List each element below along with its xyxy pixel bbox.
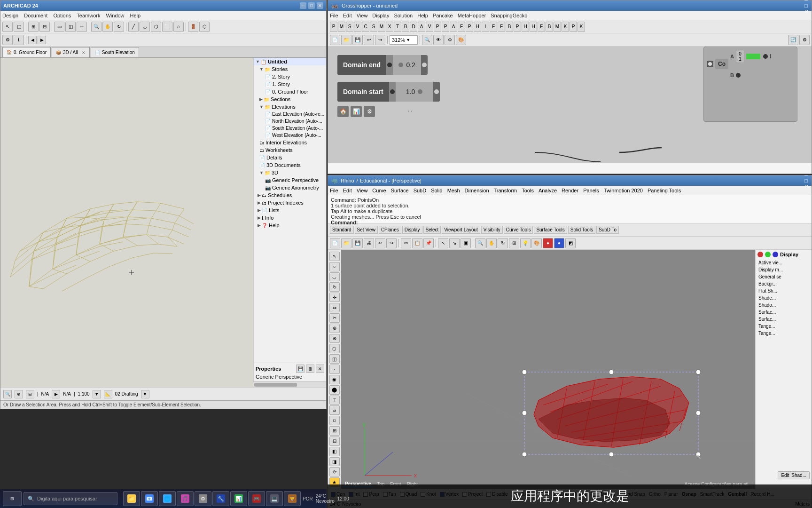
gh-tab-P6[interactable]: P	[570, 22, 577, 32]
gh-restore[interactable]: □	[804, 3, 809, 8]
gh-tab-A2[interactable]: A	[450, 22, 457, 32]
rhino-menu-twinmotion[interactable]: Twinmotion 2020	[604, 188, 643, 193]
rhino-tb-curvetools[interactable]: Curve Tools	[504, 226, 533, 234]
bottombar-zoom-out[interactable]: 🔍	[3, 390, 12, 398]
rhino-tb2-deselect[interactable]: ↘	[449, 238, 460, 248]
nav-interior-elevations[interactable]: 🗂 Interior Elevations	[254, 139, 326, 146]
nav-lists[interactable]: ▶ 📄 Lists	[254, 206, 326, 214]
gh-menu-view[interactable]: View	[357, 13, 368, 18]
taskbar-app-browser[interactable]: 🌐	[159, 491, 176, 506]
menu-help[interactable]: Help	[130, 13, 141, 18]
gh-menu-edit[interactable]: Edit	[343, 13, 352, 18]
display-item-flatsh[interactable]: Flat Sh...	[757, 287, 810, 294]
rhino-tool2-4[interactable]: ⌀	[329, 405, 340, 415]
nav-story1[interactable]: 📄 1. Story	[254, 80, 326, 88]
gh-btn-icon1[interactable]: 🏠	[337, 106, 349, 117]
gh-port-in2[interactable]	[390, 89, 395, 94]
nav-west-elev[interactable]: 📄 West Elevation (Auto-...	[254, 132, 326, 139]
gh-port-in1[interactable]	[387, 63, 392, 67]
gh-port-connector2[interactable]	[418, 89, 422, 94]
start-button[interactable]: ⊞	[3, 491, 22, 506]
tb-snap[interactable]: ⊞	[28, 22, 39, 32]
taskbar-app-settings[interactable]: ⚙	[195, 491, 211, 506]
bottombar-fit[interactable]: ⊕	[15, 390, 23, 398]
gh-tb-open[interactable]: 📁	[341, 35, 351, 45]
rhino-tb2-color[interactable]: ●	[543, 238, 553, 248]
rhino-menu-mesh[interactable]: Mesh	[447, 188, 460, 193]
rhino-tb2-save[interactable]: 💾	[352, 238, 363, 248]
gh-tab-B3[interactable]: B	[546, 22, 553, 32]
rhino-tb-visibility[interactable]: Visibility	[481, 226, 503, 234]
rhino-tb2-copy[interactable]: 📋	[412, 238, 422, 248]
gh-zoom-control[interactable]: 312% ▼	[390, 35, 418, 45]
rhino-tb-select[interactable]: Select	[423, 226, 441, 234]
rhino-tool-rotate[interactable]: ↻	[329, 282, 340, 292]
gh-menu-file[interactable]: File	[330, 13, 338, 18]
rhino-tb2-redo[interactable]: ↪	[386, 238, 397, 248]
gh-tb-undo[interactable]: ↩	[364, 35, 374, 45]
rhino-menu-solid[interactable]: Solid	[431, 188, 442, 193]
gh-complex-node[interactable]: Co A 0 1	[703, 47, 797, 122]
gh-tab-F4[interactable]: F	[538, 22, 545, 32]
gh-tb-new[interactable]: 📄	[330, 35, 340, 45]
rhino-tb-cplanes[interactable]: CPlanes	[379, 226, 401, 234]
ac-viewport[interactable]	[0, 58, 253, 388]
gh-tab-S1[interactable]: S	[346, 22, 353, 32]
gh-tab-V[interactable]: V	[354, 22, 361, 32]
rhino-menu-render[interactable]: Render	[562, 188, 578, 193]
gh-btn-icon3[interactable]: ⚙	[364, 106, 375, 117]
nav-generic-perspective[interactable]: 📷 Generic Perspective	[254, 176, 326, 184]
display-item-shado[interactable]: Shado...	[757, 302, 810, 309]
tab-3d[interactable]: 📦 3D / All ✕	[52, 47, 90, 57]
nav-info[interactable]: ▶ ℹ Info	[254, 214, 326, 222]
archicad-minimize[interactable]: ─	[300, 2, 306, 9]
gh-tab-X[interactable]: X	[386, 22, 393, 32]
rhino-tb-solidtools[interactable]: Solid Tools	[568, 226, 595, 234]
tb-slab[interactable]: ⬜	[162, 22, 172, 32]
rhino-tb-subd[interactable]: SubD To	[596, 226, 619, 234]
gh-node-domain-start[interactable]: Domain start 1.0	[337, 82, 440, 102]
rhino-tb2-zoom[interactable]: 🔍	[475, 238, 485, 248]
tb2-settings[interactable]: ⚙	[2, 35, 13, 45]
rhino-menu-file[interactable]: File	[330, 188, 338, 193]
gh-tab-P5[interactable]: P	[514, 22, 521, 32]
menu-options[interactable]: Options	[53, 13, 71, 18]
gh-tab-B2[interactable]: B	[506, 22, 513, 32]
tb-poly[interactable]: ⬡	[151, 22, 161, 32]
gh-port-A[interactable]: A 0 1 I	[730, 50, 771, 63]
gh-port-connector[interactable]	[398, 63, 403, 67]
rhino-tb2-select[interactable]: ↖	[438, 238, 448, 248]
rhino-tb2-rotate[interactable]: ↻	[498, 238, 508, 248]
gh-canvas[interactable]: Domain end 0.2 Domain start 1.0	[328, 47, 812, 163]
rhino-tb2-material[interactable]: ◩	[565, 238, 576, 248]
taskbar-app-vscode[interactable]: 🔧	[212, 491, 229, 506]
nav-project-indexes[interactable]: ▶ 🗂 Project Indexes	[254, 199, 326, 206]
gh-close[interactable]: ✕	[804, 8, 809, 15]
rhino-tb-vplayout[interactable]: Viewport Layout	[442, 226, 480, 234]
gh-tab-K2[interactable]: K	[578, 22, 585, 32]
nav-east-elev[interactable]: 📄 East Elevation (Auto-re...	[254, 111, 326, 118]
display-item-shade[interactable]: Shade...	[757, 294, 810, 302]
display-item-generals[interactable]: General se	[757, 273, 810, 280]
rhino-tb-setview[interactable]: Set View	[355, 226, 378, 234]
tb2-forward[interactable]: ▶	[38, 36, 46, 44]
rhino-viewport[interactable]: Perspective ▼ x y	[341, 250, 755, 489]
tab-south-elevation[interactable]: 📄 South Elevation	[91, 47, 139, 57]
gh-node-domain-end[interactable]: Domain end 0.2	[337, 55, 428, 75]
nav-elevations[interactable]: ▼ 📁 Elevations	[254, 103, 326, 111]
nav-details[interactable]: 📄 Details	[254, 154, 326, 161]
tb-wall[interactable]: ▭	[54, 22, 64, 32]
gh-tab-K[interactable]: K	[562, 22, 569, 32]
rhino-tool-3d[interactable]: ⬡	[329, 344, 340, 353]
gh-menu-pancake[interactable]: Pancake	[433, 13, 453, 18]
bottombar-layer-btn[interactable]: ▼	[141, 390, 149, 398]
gh-tb-display2[interactable]: 👁	[433, 35, 444, 45]
taskbar-app-extra2[interactable]: 🦁	[284, 491, 301, 506]
nav-sections[interactable]: ▶ 📁 Sections	[254, 95, 326, 103]
gh-menu-help[interactable]: Help	[417, 13, 428, 18]
display-item-displaym[interactable]: Display m...	[757, 266, 810, 273]
gh-tb-redo[interactable]: ↪	[375, 35, 385, 45]
bottombar-scale-btn[interactable]: ▼	[93, 390, 101, 398]
rhino-menu-transform[interactable]: Transform	[494, 188, 517, 193]
archicad-restore[interactable]: □	[308, 2, 315, 9]
